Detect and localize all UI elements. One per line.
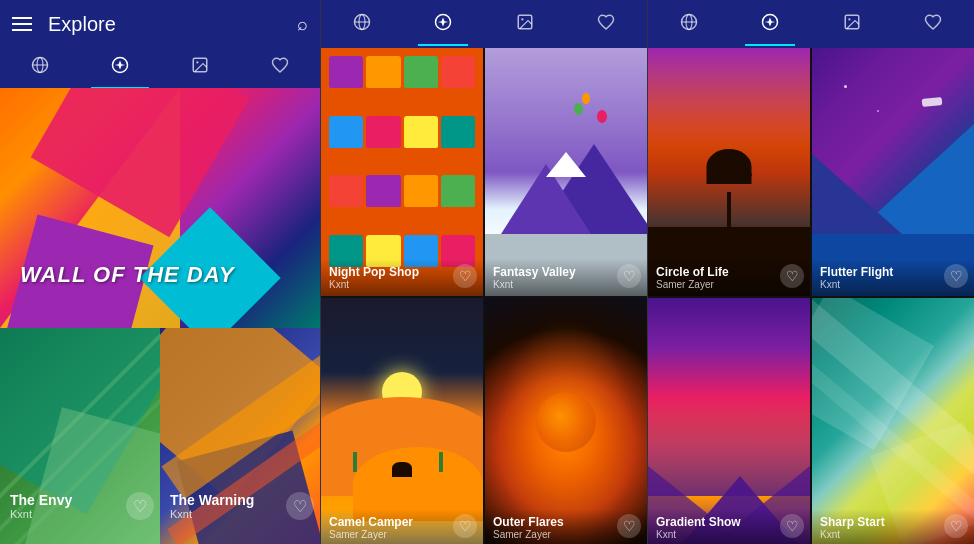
tab-global-right[interactable]: [664, 5, 714, 44]
gradient-heart-button[interactable]: ♡: [780, 514, 804, 538]
cell-circle-life[interactable]: Circle of Life Samer Zayer ♡: [648, 48, 810, 296]
envy-author: Kxnt: [10, 508, 130, 520]
fantasy-heart-button[interactable]: ♡: [617, 264, 641, 288]
hamburger-menu[interactable]: [12, 17, 32, 31]
left-header: Explore ⌕: [0, 0, 320, 48]
tab-global-left[interactable]: [11, 48, 69, 87]
wall-of-day-label: WALL OF THE DAY: [20, 262, 235, 288]
tab-favorites-mid[interactable]: [581, 5, 631, 44]
svg-marker-11: [438, 17, 449, 26]
warning-info: The Warning Kxnt: [170, 492, 290, 520]
svg-point-6: [196, 61, 198, 63]
tab-explore-mid[interactable]: [418, 5, 468, 44]
warning-title: The Warning: [170, 492, 290, 508]
circle-life-heart-button[interactable]: ♡: [780, 264, 804, 288]
svg-point-20: [848, 18, 850, 20]
middle-panel: Night Pop Shop Kxnt ♡ Fantasy Valle: [320, 0, 647, 544]
svg-marker-18: [765, 17, 776, 26]
tab-gallery-left[interactable]: [171, 48, 229, 87]
cell-camel[interactable]: Camel Camper Samer Zayer ♡: [321, 298, 483, 544]
tab-explore-left[interactable]: [91, 48, 149, 87]
sharp-heart-button[interactable]: ♡: [944, 514, 968, 538]
app-title: Explore: [48, 13, 281, 36]
night-pop-heart-button[interactable]: ♡: [453, 264, 477, 288]
tab-gallery-mid[interactable]: [500, 5, 550, 44]
tab-global-mid[interactable]: [337, 5, 387, 44]
tab-explore-right[interactable]: [745, 5, 795, 44]
cell-fantasy[interactable]: Fantasy Valley Kxnt ♡: [485, 48, 647, 296]
card-envy[interactable]: The Envy Kxnt ♡: [0, 328, 160, 544]
envy-info: The Envy Kxnt: [10, 492, 130, 520]
cell-outer-flares[interactable]: Outer Flares Samer Zayer ♡: [485, 298, 647, 544]
envy-heart-button[interactable]: ♡: [126, 492, 154, 520]
bottom-cards: The Envy Kxnt ♡ The Warning Kxnt ♡: [0, 328, 320, 544]
outer-flares-heart-button[interactable]: ♡: [617, 514, 641, 538]
left-tabs: [0, 48, 320, 88]
svg-marker-4: [115, 60, 126, 69]
envy-title: The Envy: [10, 492, 130, 508]
cell-gradient[interactable]: Gradient Show Kxnt ♡: [648, 298, 810, 544]
camel-heart-button[interactable]: ♡: [453, 514, 477, 538]
tab-favorites-right[interactable]: [908, 5, 958, 44]
cell-night-pop[interactable]: Night Pop Shop Kxnt ♡: [321, 48, 483, 296]
warning-author: Kxnt: [170, 508, 290, 520]
card-warning[interactable]: The Warning Kxnt ♡: [160, 328, 320, 544]
svg-point-13: [521, 18, 523, 20]
tab-gallery-right[interactable]: [827, 5, 877, 44]
left-panel: Explore ⌕ WALL OF THE DAY: [0, 0, 320, 544]
tab-favorites-left[interactable]: [251, 48, 309, 87]
right-tabs: [648, 0, 974, 48]
right-grid: Circle of Life Samer Zayer ♡ Flutter Fli…: [648, 48, 974, 544]
cell-sharp[interactable]: Sharp Start Kxnt ♡: [812, 298, 974, 544]
warning-heart-button[interactable]: ♡: [286, 492, 314, 520]
flutter-heart-button[interactable]: ♡: [944, 264, 968, 288]
search-icon[interactable]: ⌕: [297, 14, 308, 35]
right-panel: Circle of Life Samer Zayer ♡ Flutter Fli…: [647, 0, 974, 544]
middle-grid: Night Pop Shop Kxnt ♡ Fantasy Valle: [321, 48, 647, 544]
cell-flutter[interactable]: Flutter Flight Kxnt ♡: [812, 48, 974, 296]
hero-card[interactable]: WALL OF THE DAY: [0, 88, 320, 328]
middle-tabs: [321, 0, 647, 48]
